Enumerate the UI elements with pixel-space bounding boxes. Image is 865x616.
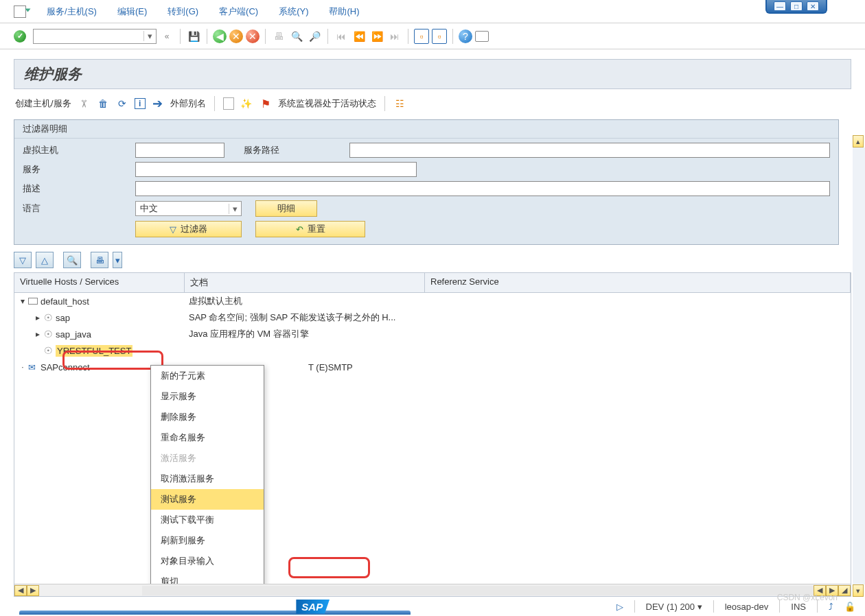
trash-icon[interactable]: 🗑 xyxy=(96,97,110,110)
context-menu-item[interactable]: 剪切 xyxy=(151,571,264,584)
back-history-icon[interactable]: « xyxy=(159,29,174,44)
language-label: 语言 xyxy=(23,202,126,215)
sep xyxy=(265,29,266,44)
outer-vertical-scroll[interactable]: ▴ ▾ xyxy=(853,135,865,597)
command-field[interactable]: ▾ xyxy=(33,29,157,44)
close-button[interactable]: ✕ xyxy=(807,1,819,11)
hscroll-track[interactable] xyxy=(142,586,814,595)
monitor-status-label: 系统监视器处于活动状态 xyxy=(278,97,376,110)
tree-header-ref[interactable]: Referenz Service xyxy=(425,273,851,292)
menu-help[interactable]: 帮助(H) xyxy=(329,5,359,18)
description-input[interactable] xyxy=(135,181,830,196)
cancel-icon[interactable]: ✕ xyxy=(246,29,260,43)
create-host-label[interactable]: 创建主机/服务 xyxy=(15,97,71,110)
save-icon[interactable]: 💾 xyxy=(186,29,201,44)
status-system[interactable]: DEV (1) 200 ▾ xyxy=(646,602,702,612)
language-select[interactable]: 中文▾ xyxy=(135,201,242,216)
hscroll-corner-icon[interactable]: ◢ xyxy=(838,585,851,596)
menu-goto[interactable]: 转到(G) xyxy=(168,5,198,18)
context-menu-item[interactable]: 刷新到服务 xyxy=(151,530,264,551)
sheet-icon[interactable] xyxy=(223,97,234,110)
tree-body[interactable]: ▾default_host虚拟默认主机▸☉sapSAP 命名空间; 强制 SAP… xyxy=(14,293,851,584)
expander-icon[interactable]: · xyxy=(19,362,27,372)
sap-logo: SAP xyxy=(296,600,330,614)
status-bar: SAP ▷ DEV (1) 200 ▾ leosap-dev INS ⤴ 🔓 xyxy=(0,597,865,616)
service-path-label: 服务路径 xyxy=(244,144,340,156)
context-menu-item[interactable]: 测试服务 xyxy=(151,489,264,510)
service-path-input[interactable] xyxy=(349,143,830,158)
vscroll-up-icon[interactable]: ▴ xyxy=(853,135,864,147)
context-menu-item[interactable]: 新的子元素 xyxy=(151,366,264,386)
tree-row[interactable]: ▾default_host虚拟默认主机 xyxy=(14,293,851,309)
prev-page-icon[interactable]: ⏪ xyxy=(351,29,367,44)
first-page-icon[interactable]: ⏮ xyxy=(334,29,349,44)
service-input[interactable] xyxy=(135,162,417,177)
print-tree-button[interactable]: 🖶 xyxy=(91,252,108,268)
find-next-icon[interactable]: 🔎 xyxy=(307,29,322,44)
menu-system[interactable]: 系统(Y) xyxy=(279,5,308,18)
print-icon[interactable]: 🖶 xyxy=(271,29,286,44)
expander-icon[interactable]: ▸ xyxy=(34,313,42,322)
reset-button[interactable]: ↶重置 xyxy=(255,221,365,237)
tree-icon[interactable]: ☷ xyxy=(393,97,407,110)
external-alias-label[interactable]: 外部别名 xyxy=(170,97,206,110)
context-menu-item[interactable]: 删除服务 xyxy=(151,407,264,427)
print-dropdown-button[interactable]: ▾ xyxy=(113,252,122,268)
monitor-icon[interactable] xyxy=(475,31,489,42)
find-tree-button[interactable]: 🔍 xyxy=(63,252,81,268)
context-menu-item[interactable]: 重命名服务 xyxy=(151,427,264,448)
vscroll-down-icon[interactable]: ▾ xyxy=(853,584,864,597)
flag-icon[interactable]: ⚑ xyxy=(259,97,273,110)
tree-header-services[interactable]: Virtuelle Hosts / Services xyxy=(14,273,185,292)
menu-app-icon[interactable] xyxy=(14,5,26,18)
vscroll-track[interactable] xyxy=(853,147,865,584)
menu-bar: 服务/主机(S) 编辑(E) 转到(G) 客户端(C) 系统(Y) 帮助(H) xyxy=(0,0,865,23)
sep xyxy=(207,29,207,44)
context-menu-item[interactable]: 显示服务 xyxy=(151,386,264,407)
maximize-button[interactable]: □ xyxy=(790,1,803,11)
tree-row[interactable]: ▸☉sap_javaJava 应用程序的 VM 容器引擎 xyxy=(14,326,851,342)
ok-icon[interactable]: ✓ xyxy=(14,30,26,43)
menu-edit[interactable]: 编辑(E) xyxy=(117,5,147,18)
new-session-icon[interactable]: ▫ xyxy=(414,29,429,44)
menu-client[interactable]: 客户端(C) xyxy=(219,5,258,18)
tree-node-label: default_host xyxy=(41,296,89,307)
context-menu-item[interactable]: 测试下载平衡 xyxy=(151,510,264,530)
tree-row[interactable]: ▸☉sapSAP 命名空间; 强制 SAP 不能发送该子树之外的 H... xyxy=(14,309,851,326)
host-icon xyxy=(28,298,38,305)
status-nav-icon[interactable]: ▷ xyxy=(616,602,623,612)
next-page-icon[interactable]: ⏩ xyxy=(369,29,384,44)
status-lock-icon[interactable]: ⤴ xyxy=(829,602,833,612)
status-padlock-icon[interactable]: 🔓 xyxy=(844,602,855,612)
exit-icon[interactable]: ✕ xyxy=(229,29,243,43)
help-icon[interactable]: ? xyxy=(459,29,472,43)
wand-icon[interactable]: ✨ xyxy=(240,97,253,110)
virtual-host-input[interactable] xyxy=(135,143,224,158)
detail-button[interactable]: 明细 xyxy=(255,200,317,217)
expander-icon[interactable]: ▸ xyxy=(34,329,42,339)
tree-node-label: sap_java xyxy=(56,329,91,340)
filter-button[interactable]: ▽过滤器 xyxy=(135,221,242,237)
minimize-button[interactable]: — xyxy=(774,1,786,11)
content-area: 维护服务 创建主机/服务 🗑 ⟳ i ➔ 外部别名 ✨ ⚑ 系统监视器处于活动状… xyxy=(0,49,865,597)
hscroll-left-icon[interactable]: ◀ xyxy=(14,585,27,596)
context-menu-item[interactable]: 对象目录输入 xyxy=(151,551,264,571)
refresh-icon[interactable]: ⟳ xyxy=(115,97,129,110)
last-page-icon[interactable]: ⏭ xyxy=(387,29,402,44)
tree-doc-cell: Java 应用程序的 VM 容器引擎 xyxy=(185,328,425,340)
menu-service-host[interactable]: 服务/主机(S) xyxy=(47,5,97,18)
scissors-icon[interactable] xyxy=(77,97,91,110)
back-icon[interactable]: ◀ xyxy=(213,29,227,43)
expand-all-button[interactable]: ▽ xyxy=(14,252,32,268)
layout-icon[interactable]: ▫ xyxy=(432,29,447,44)
context-menu-item[interactable]: 取消激活服务 xyxy=(151,469,264,489)
tree-hscroll[interactable]: ◀ ▶ ◀ ▶ ◢ xyxy=(14,584,851,596)
tree-header-doc[interactable]: 文档 xyxy=(185,273,425,292)
find-icon[interactable]: 🔍 xyxy=(289,29,304,44)
hscroll-right-icon[interactable]: ▶ xyxy=(27,585,39,596)
arrow-right-icon[interactable]: ➔ xyxy=(151,97,165,110)
info-icon[interactable]: i xyxy=(135,98,146,109)
collapse-all-button[interactable]: △ xyxy=(36,252,54,268)
filter-panel: 过滤器明细 虚拟主机 服务路径 服务 描述 语言 中文▾ 明细 xyxy=(14,119,839,245)
expander-icon[interactable]: ▾ xyxy=(19,296,27,306)
